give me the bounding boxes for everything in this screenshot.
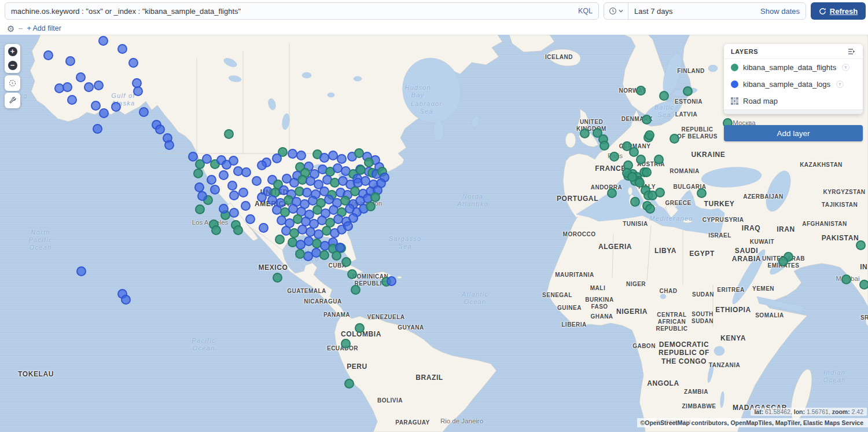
logs-data-point[interactable] <box>197 191 207 201</box>
add-layer-button[interactable]: Add layer <box>724 125 863 141</box>
logs-data-point[interactable] <box>219 170 229 180</box>
logs-data-point[interactable] <box>227 181 237 191</box>
logs-data-point[interactable] <box>259 223 269 233</box>
flights-data-point[interactable] <box>193 169 203 178</box>
logs-data-point[interactable] <box>94 80 104 90</box>
logs-data-point[interactable] <box>241 201 251 211</box>
zoom-out-button[interactable]: − <box>8 61 17 70</box>
flights-data-point[interactable] <box>341 339 351 349</box>
logs-data-point[interactable] <box>67 95 77 105</box>
time-range-value[interactable]: Last 7 days <box>628 7 679 16</box>
logs-data-point[interactable] <box>238 188 248 197</box>
logs-data-point[interactable] <box>328 151 338 160</box>
logs-data-point[interactable] <box>319 153 329 163</box>
logs-data-point[interactable] <box>84 82 94 92</box>
flights-data-point[interactable] <box>607 188 617 198</box>
flights-data-point[interactable] <box>599 141 609 151</box>
flights-data-point[interactable] <box>356 165 366 175</box>
logs-data-point[interactable] <box>117 44 127 54</box>
logs-data-point[interactable] <box>387 276 396 286</box>
logs-data-point[interactable] <box>210 185 220 195</box>
logs-data-point[interactable] <box>76 266 86 276</box>
set-view-button[interactable] <box>5 75 20 91</box>
logs-data-point[interactable] <box>155 125 165 134</box>
flights-data-point[interactable] <box>364 158 374 167</box>
flights-data-point[interactable] <box>841 274 851 284</box>
flights-data-point[interactable] <box>778 257 788 266</box>
layer-row-roadmap[interactable]: Road map <box>724 93 863 109</box>
flights-data-point[interactable] <box>859 280 868 290</box>
logs-data-point[interactable] <box>164 140 174 150</box>
flights-data-point[interactable] <box>332 251 341 261</box>
logs-data-point[interactable] <box>252 176 262 186</box>
logs-data-point[interactable] <box>139 107 149 117</box>
logs-data-point[interactable] <box>194 182 204 192</box>
flights-data-point[interactable] <box>645 204 655 214</box>
flights-data-point[interactable] <box>609 152 619 162</box>
logs-data-point[interactable] <box>229 191 239 200</box>
flights-data-point[interactable] <box>636 86 646 96</box>
collapse-panel-icon[interactable] <box>848 48 856 55</box>
flights-data-point[interactable] <box>351 285 361 295</box>
logs-data-point[interactable] <box>245 214 255 224</box>
refresh-button[interactable]: Refresh <box>811 2 866 20</box>
logs-data-point[interactable] <box>257 192 267 202</box>
flights-data-point[interactable] <box>273 273 282 283</box>
tools-button[interactable] <box>5 93 20 108</box>
logs-data-point[interactable] <box>343 221 353 231</box>
query-input[interactable]: machine.os.keyword : "osx" or _index : "… <box>5 2 599 20</box>
logs-data-point[interactable] <box>241 167 251 177</box>
logs-data-point[interactable] <box>65 56 75 66</box>
flights-data-point[interactable] <box>195 204 205 214</box>
logs-data-point[interactable] <box>337 154 347 164</box>
logs-data-point[interactable] <box>121 295 131 305</box>
flights-data-point[interactable] <box>341 257 351 267</box>
gear-icon[interactable]: ⚙ <box>7 24 14 33</box>
logs-data-point[interactable] <box>93 124 102 134</box>
flights-data-point[interactable] <box>642 167 652 177</box>
flights-data-point[interactable] <box>370 192 380 202</box>
flights-data-point[interactable] <box>856 240 866 250</box>
logs-data-point[interactable] <box>207 175 216 185</box>
flights-data-point[interactable] <box>670 134 679 144</box>
flights-data-point[interactable] <box>654 155 664 164</box>
flights-data-point[interactable] <box>347 269 357 279</box>
logs-data-point[interactable] <box>128 58 138 68</box>
logs-data-point[interactable] <box>188 152 198 162</box>
flights-data-point[interactable] <box>645 130 654 140</box>
logs-data-point[interactable] <box>76 72 86 82</box>
flights-data-point[interactable] <box>355 323 365 333</box>
logs-data-point[interactable] <box>202 154 212 164</box>
logs-data-point[interactable] <box>91 101 101 111</box>
logs-data-point[interactable] <box>296 151 306 160</box>
flights-data-point[interactable] <box>659 91 669 101</box>
zoom-in-button[interactable]: + <box>8 47 17 56</box>
logs-data-point[interactable] <box>133 86 143 96</box>
flights-data-point[interactable] <box>683 86 693 96</box>
flights-data-point[interactable] <box>580 129 590 138</box>
flights-data-point[interactable] <box>295 249 305 259</box>
logs-data-point[interactable] <box>272 153 282 163</box>
flights-data-point[interactable] <box>275 235 285 244</box>
time-picker-quick-menu-button[interactable] <box>604 3 628 19</box>
flights-data-point[interactable] <box>697 188 707 198</box>
show-dates-button[interactable]: Show dates <box>760 7 806 16</box>
logs-data-point[interactable] <box>288 149 297 159</box>
add-filter-button[interactable]: + Add filter <box>27 24 61 32</box>
logs-data-point[interactable] <box>257 160 267 170</box>
logs-data-point[interactable] <box>219 204 229 214</box>
layer-row-logs[interactable]: kibana_sample_data_logs <box>724 76 863 93</box>
flights-data-point[interactable] <box>344 379 354 389</box>
logs-data-point[interactable] <box>62 82 72 92</box>
flights-data-point[interactable] <box>233 225 243 235</box>
map-canvas[interactable]: Bering SeaGulf of AlaskaHudson BayLabrad… <box>0 35 868 432</box>
flights-data-point[interactable] <box>319 250 329 260</box>
flights-data-point[interactable] <box>630 197 640 207</box>
flights-data-point[interactable] <box>366 202 376 211</box>
flights-data-point[interactable] <box>224 129 234 139</box>
layer-row-flights[interactable]: kibana_sample_data_flights <box>724 59 863 76</box>
flights-data-point[interactable] <box>211 225 221 235</box>
flights-data-point[interactable] <box>627 172 637 182</box>
logs-data-point[interactable] <box>43 50 53 60</box>
logs-data-point[interactable] <box>222 160 231 170</box>
